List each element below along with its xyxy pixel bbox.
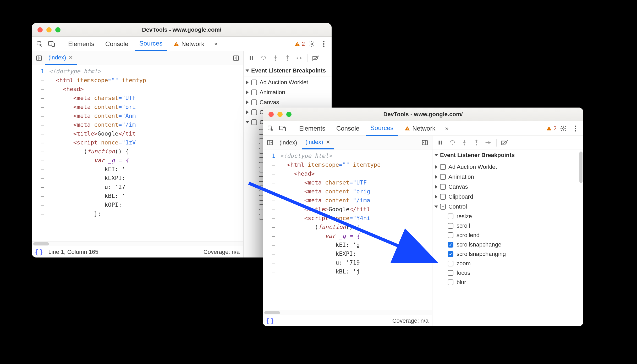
titlebar[interactable]: DevTools - www.google.com/ [32,23,332,37]
checkbox-checked[interactable]: ✓ [448,242,453,248]
checkbox[interactable] [251,99,257,105]
step-into-icon[interactable] [459,137,470,148]
breakpoints-section-header[interactable]: Event Listener Breakpoints [244,65,332,76]
titlebar[interactable]: DevTools - www.google.com/ [263,108,583,121]
checkbox[interactable] [448,279,453,285]
step-over-icon[interactable] [258,53,269,63]
scrollbar-thumb[interactable] [33,242,49,245]
tab-console[interactable]: Console [332,121,364,136]
evt-scrollsnapchanging[interactable]: ✓scrollsnapchanging [432,249,583,259]
settings-icon[interactable] [306,39,317,49]
evt-scroll[interactable]: scroll [432,221,583,231]
step-out-icon[interactable] [282,53,293,63]
step-out-icon[interactable] [471,137,482,148]
step-into-icon[interactable] [270,53,281,63]
pause-icon[interactable] [435,137,446,148]
evt-zoom[interactable]: zoom [432,259,583,268]
deactivate-breakpoints-icon[interactable] [499,137,510,148]
svg-point-29 [563,127,564,129]
evt-scrollend[interactable]: scrollend [432,231,583,240]
step-icon[interactable] [483,137,494,148]
close-tab-icon[interactable]: ✕ [326,139,330,145]
hide-debugger-icon[interactable] [420,138,430,147]
source-editor[interactable]: 1 — — — — — — — — — — — — — — — — <!doct… [32,65,243,241]
tab-sources[interactable]: Sources [366,121,398,136]
cat-canvas[interactable]: Canvas [244,97,332,107]
checkbox[interactable] [448,214,453,219]
svg-point-20 [297,57,298,59]
checkbox[interactable] [440,174,446,180]
cat-canvas[interactable]: Canvas [432,182,583,192]
breakpoints-section-header[interactable]: Event Listener Breakpoints [432,149,583,161]
show-navigator-icon[interactable] [34,53,44,63]
step-over-icon[interactable] [447,137,458,148]
tab-elements[interactable]: Elements [63,37,99,51]
issues-badge[interactable]: 2 [546,125,557,132]
checkbox-checked[interactable]: ✓ [448,251,453,257]
evt-scrollsnapchange[interactable]: ✓scrollsnapchange [432,240,583,249]
file-tab-index-2[interactable]: (index) ✕ [302,136,334,149]
breakpoint-categories[interactable]: Ad Auction Worklet Animation Canvas Clip… [432,161,583,326]
checkbox[interactable] [448,232,453,238]
kebab-menu-icon[interactable] [318,39,329,49]
cat-clipboard[interactable]: Clipboard [432,192,583,202]
checkbox-mixed[interactable] [440,204,446,210]
cat-animation[interactable]: Animation [244,87,332,97]
cat-ad-auction[interactable]: Ad Auction Worklet [432,162,583,172]
svg-rect-38 [441,141,442,144]
close-tab-icon[interactable]: ✕ [69,54,73,61]
checkbox[interactable] [251,80,257,85]
evt-focus[interactable]: focus [432,268,583,278]
minimize-window-button[interactable] [277,112,283,117]
checkbox[interactable] [440,194,446,200]
source-editor[interactable]: 1 — — — — — — — — — — — — — <!doctype ht… [263,149,432,310]
horizontal-scrollbar[interactable] [263,310,432,315]
checkbox[interactable] [251,109,257,115]
horizontal-scrollbar[interactable] [32,241,243,246]
step-icon[interactable] [294,53,305,63]
zoom-window-button[interactable] [286,112,292,117]
tab-network[interactable]: Network [169,37,209,51]
pretty-print-icon[interactable]: { } [266,317,273,325]
issues-count: 2 [553,125,557,132]
tab-sources[interactable]: Sources [135,37,167,51]
checkbox[interactable] [251,119,257,125]
tab-console[interactable]: Console [101,37,133,51]
vertical-scrollbar[interactable] [579,152,583,183]
pause-icon[interactable] [246,53,257,63]
more-tabs-icon[interactable]: » [211,39,221,49]
inspect-icon[interactable] [34,39,45,49]
checkbox[interactable] [448,223,453,229]
deactivate-breakpoints-icon[interactable] [310,53,321,63]
inspect-icon[interactable] [265,123,276,134]
checkbox[interactable] [448,261,453,266]
device-toggle-icon[interactable] [46,39,57,49]
checkbox[interactable] [251,89,257,95]
checkbox[interactable] [440,164,446,170]
minimize-window-button[interactable] [46,27,52,32]
tab-network[interactable]: Network [400,121,440,136]
pretty-print-icon[interactable]: { } [35,248,42,256]
scrollbar-thumb[interactable] [264,311,280,314]
device-toggle-icon[interactable] [277,123,288,134]
close-window-button[interactable] [37,27,43,32]
svg-point-10 [323,45,324,47]
checkbox[interactable] [440,184,446,190]
settings-icon[interactable] [558,123,569,134]
checkbox[interactable] [448,270,453,276]
hide-debugger-icon[interactable] [231,53,241,63]
cat-ad-auction[interactable]: Ad Auction Worklet [244,77,332,87]
evt-blur[interactable]: blur [432,278,583,287]
more-tabs-icon[interactable]: » [442,123,452,134]
file-tab-index[interactable]: (index) ✕ [45,51,77,65]
close-window-button[interactable] [268,112,274,117]
evt-resize[interactable]: resize [432,212,583,221]
show-navigator-icon[interactable] [265,138,275,147]
tab-elements[interactable]: Elements [294,121,330,136]
zoom-window-button[interactable] [55,27,61,32]
issues-badge[interactable]: 2 [294,41,305,47]
cat-control[interactable]: Control [432,202,583,212]
file-tab-index-1[interactable]: (index) [276,136,301,149]
cat-animation[interactable]: Animation [432,172,583,182]
kebab-menu-icon[interactable] [570,123,581,134]
